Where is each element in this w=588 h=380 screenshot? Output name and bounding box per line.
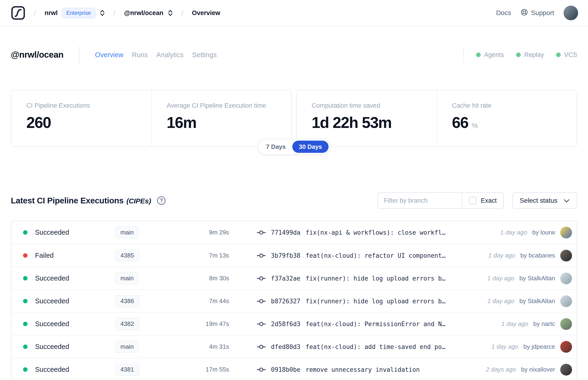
commit-hash: b8726327 [271, 298, 300, 305]
commit-hash: 771499da [271, 229, 300, 236]
table-row[interactable]: Succeeded 4382 19m 47s 2d58f6d3 feat(nx-… [11, 312, 577, 335]
branch-badge[interactable]: main [115, 341, 139, 353]
time-ago: 2 days ago [486, 366, 516, 373]
status-dot [23, 276, 28, 281]
time-ago: 1 day ago [491, 343, 518, 350]
page-title: @nrwl/ocean [11, 50, 63, 60]
range-7-days-button[interactable]: 7 Days [259, 141, 292, 153]
table-row[interactable]: Succeeded main 8m 30s f37a32ae fix(runne… [11, 267, 577, 289]
stat-computation-time-saved: Computation time saved 1d 22h 53m [297, 90, 436, 147]
branch-badge[interactable]: 4385 [115, 249, 139, 262]
tab-runs[interactable]: Runs [132, 50, 148, 60]
status-label: Succeeded [35, 366, 69, 373]
table-row[interactable]: Succeeded 4386 7m 44s b8726327 fix(runne… [11, 289, 577, 312]
commit-hash: f37a32ae [271, 275, 300, 282]
status-label: Succeeded [35, 228, 69, 236]
support-label: Support [531, 9, 554, 17]
status-label: Succeeded [35, 320, 69, 328]
status-dot [23, 344, 28, 349]
duration-label: 7m 13s [177, 252, 229, 259]
exact-checkbox[interactable] [469, 197, 476, 204]
org-switcher-icon[interactable] [100, 9, 105, 17]
chevron-down-icon [564, 197, 570, 204]
commit-message: feat(nx-cloud): PermissionError and N… [305, 321, 445, 327]
stat-card: Computation time saved 1d 22h 53m Cache … [296, 90, 577, 147]
time-ago: 1 day ago [487, 275, 514, 282]
tab-overview[interactable]: Overview [95, 50, 123, 60]
tab-settings[interactable]: Settings [192, 50, 217, 60]
indicator-vcs[interactable]: VCS [556, 51, 577, 58]
branch-badge[interactable]: main [115, 272, 139, 285]
duration-label: 9m 29s [177, 229, 229, 236]
exact-filter[interactable]: Exact [462, 197, 503, 204]
tab-analytics[interactable]: Analytics [156, 50, 183, 60]
breadcrumb-separator: / [113, 8, 115, 18]
git-commit-icon [257, 321, 266, 327]
indicator-agents[interactable]: Agents [476, 51, 504, 58]
stat-value: 66 [452, 114, 468, 132]
time-ago: 1 day ago [500, 229, 527, 236]
time-ago: 1 day ago [487, 298, 514, 305]
author-label: by lourw [532, 229, 555, 236]
status-select-label: Select status [520, 197, 557, 204]
table-row[interactable]: Succeeded main 9m 29s 771499da fix(nx-ap… [11, 221, 577, 244]
branch-badge[interactable]: 4386 [115, 295, 139, 307]
stat-ci-pipeline-executions: CI Pipeline Executions 260 [11, 90, 151, 147]
branch-badge[interactable]: 4382 [115, 318, 139, 330]
table-row[interactable]: Succeeded 4381 17m 55s 0918b0be remove u… [11, 358, 577, 380]
commit-hash: 3b79fb38 [271, 252, 300, 259]
git-commit-icon [257, 344, 266, 350]
status-label: Failed [35, 252, 54, 259]
author-avatar[interactable] [560, 272, 572, 284]
author-avatar[interactable] [560, 364, 572, 376]
git-commit-icon [257, 298, 266, 304]
indicator-label: Agents [484, 51, 504, 58]
branch-badge[interactable]: 4381 [115, 363, 139, 376]
stat-label: CI Pipeline Executions [26, 102, 143, 109]
commit-message: fix(nx-api & workflows): close workfl… [305, 229, 445, 236]
branch-filter-input[interactable] [378, 193, 462, 208]
user-avatar[interactable] [564, 6, 578, 20]
branch-badge[interactable]: main [115, 226, 139, 239]
author-label: by StalkAltan [519, 298, 555, 305]
author-avatar[interactable] [560, 227, 572, 238]
commit-hash: 0918b0be [271, 366, 300, 373]
stat-suffix: % [472, 122, 478, 130]
author-avatar[interactable] [560, 318, 572, 330]
stats-section: CI Pipeline Executions 260 Average CI Pi… [11, 90, 577, 147]
range-30-days-button[interactable]: 30 Days [292, 141, 329, 153]
git-commit-icon [257, 275, 266, 282]
breadcrumb-org[interactable]: nrwl Enterprise [44, 8, 105, 18]
author-label: by StalkAltan [519, 275, 555, 282]
status-select-dropdown[interactable]: Select status [512, 192, 577, 209]
table-row[interactable]: Failed 4385 7m 13s 3b79fb38 feat(nx-clou… [11, 244, 577, 267]
author-avatar[interactable] [560, 295, 572, 307]
help-icon[interactable]: ? [157, 196, 166, 205]
duration-label: 8m 30s [177, 275, 229, 282]
table-row[interactable]: Succeeded main 4m 31s dfed80d3 feat(nx-c… [11, 335, 577, 358]
status-label: Succeeded [35, 297, 69, 305]
status-dot [23, 367, 28, 372]
commit-message: feat(nx-cloud): refactor UI component… [305, 252, 445, 259]
navbar-actions: Docs Support [496, 6, 578, 20]
status-dot-icon [556, 53, 561, 57]
author-avatar[interactable] [560, 250, 572, 262]
cipe-table: Succeeded main 9m 29s 771499da fix(nx-ap… [11, 221, 577, 380]
duration-label: 4m 31s [177, 343, 229, 350]
workspace-switcher-icon[interactable] [168, 9, 173, 17]
section-title: Latest CI Pipeline Executions (CIPEs) [11, 196, 151, 205]
stat-average-execution-time: Average CI Pipeline Execution time 16m [151, 90, 292, 147]
author-avatar[interactable] [560, 341, 572, 353]
indicator-label: Replay [524, 51, 544, 58]
divider [79, 46, 79, 63]
breadcrumb-workspace[interactable]: @nrwl/ocean [124, 9, 173, 17]
breadcrumb: / nrwl Enterprise / @nrwl/ocean / Overvi… [11, 6, 220, 20]
docs-link[interactable]: Docs [496, 9, 511, 17]
indicator-replay[interactable]: Replay [516, 51, 544, 58]
stat-label: Average CI Pipeline Execution time [167, 102, 283, 109]
support-link[interactable]: Support [520, 8, 554, 18]
duration-label: 19m 47s [177, 320, 229, 327]
workspace-name: @nrwl/ocean [124, 9, 163, 17]
enterprise-badge: Enterprise [62, 8, 95, 18]
nx-cloud-logo[interactable] [11, 6, 25, 20]
